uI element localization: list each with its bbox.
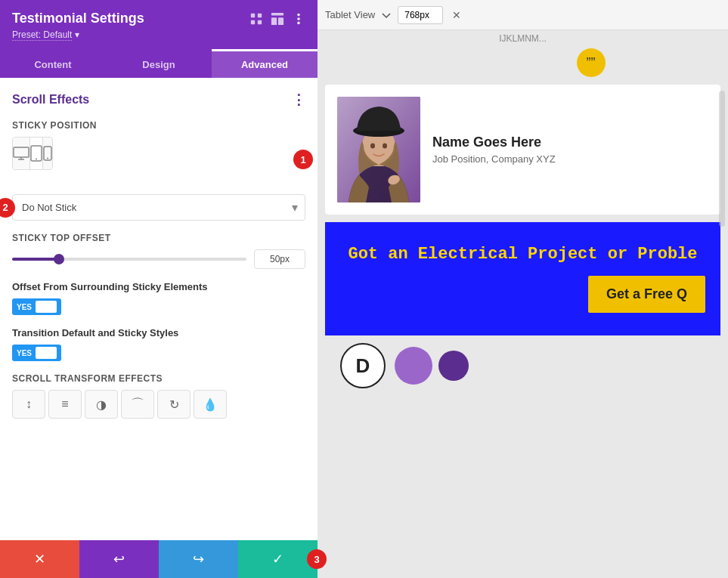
toolbar-dropdown-icon[interactable]	[381, 10, 392, 20]
save-button[interactable]: ✓ 3	[238, 540, 318, 578]
sticky-top-offset-field: Sticky Top Offset 50px	[12, 233, 305, 269]
badge-3: 3	[307, 549, 327, 569]
preview-toolbar: Tablet View ✕	[318, 0, 728, 30]
transform-skew-icon[interactable]: ⌒	[121, 390, 154, 419]
testimonial-image	[337, 97, 420, 202]
svg-rect-2	[251, 20, 255, 23]
sticky-pos-tablet[interactable]	[30, 138, 43, 169]
transform-blur-icon[interactable]: 💧	[194, 390, 227, 419]
circle-row	[395, 347, 469, 385]
section-more-icon[interactable]: ⋮	[292, 91, 305, 108]
svg-rect-5	[271, 17, 277, 25]
sticky-position-field: Sticky Position	[12, 120, 305, 182]
viewport-px-input[interactable]	[398, 6, 443, 24]
stick-dropdown-wrapper: 2 Do Not Stick Stick to Top Stick to Bot…	[12, 194, 305, 221]
offset-toggle[interactable]: YES	[12, 298, 61, 315]
panel-preset[interactable]: Preset: Default ▾	[12, 29, 305, 40]
sticky-top-offset-label: Sticky Top Offset	[12, 233, 305, 243]
svg-point-8	[297, 17, 300, 20]
sticky-top-offset-input[interactable]: 50px	[254, 249, 305, 269]
svg-rect-4	[271, 12, 283, 15]
tab-design[interactable]: Design	[106, 49, 212, 78]
svg-rect-10	[14, 147, 29, 157]
offset-toggle-row: YES	[12, 298, 305, 315]
slider-thumb[interactable]	[54, 254, 64, 264]
mobile-icon	[43, 146, 52, 161]
scroll-effects-title: Scroll Effects	[12, 93, 89, 107]
bottom-row: D	[325, 335, 720, 396]
testimonial-name: Name Goes Here	[432, 134, 708, 150]
svg-point-9	[297, 21, 300, 24]
letter-d-circle: D	[340, 343, 386, 388]
transform-icons-row: ↕ ≡ ◑ ⌒ ↻ 💧	[12, 390, 305, 419]
panel-title-icons	[249, 12, 305, 26]
scroll-effects-section: Scroll Effects ⋮	[12, 91, 305, 108]
panel-footer: ✕ ↩ ↪ ✓ 3	[0, 540, 318, 578]
transition-toggle[interactable]: YES	[12, 345, 61, 361]
offset-toggle-label: YES	[17, 303, 32, 311]
panel-body: Scroll Effects ⋮ Sticky Position	[0, 78, 318, 540]
offset-surrounding-label: Offset From Surrounding Sticky Elements	[12, 281, 305, 292]
testimonial-photo-svg	[337, 97, 420, 202]
stick-select[interactable]: Do Not Stick Stick to Top Stick to Botto…	[12, 194, 305, 221]
svg-point-14	[36, 159, 37, 160]
settings-panel: Testimonial Settings	[0, 0, 318, 578]
tab-advanced[interactable]: Advanced	[212, 49, 318, 78]
svg-point-22	[383, 144, 387, 149]
sticky-pos-desktop[interactable]	[13, 138, 30, 169]
resize-icon[interactable]	[249, 12, 263, 26]
more-options-icon[interactable]	[292, 12, 305, 26]
decorative-label: IJKLMNM...	[325, 30, 720, 45]
sticky-position-group	[12, 137, 53, 170]
desktop-icon	[13, 147, 29, 160]
panel-title-text: Testimonial Settings	[12, 11, 144, 26]
scroll-transform-label: Scroll Transform Effects	[12, 373, 305, 384]
tablet-icon	[30, 145, 42, 162]
panel-title-row: Testimonial Settings	[12, 11, 305, 26]
preview-panel: Tablet View ✕ IJKLMNM... ””	[318, 0, 728, 578]
svg-rect-6	[278, 17, 283, 25]
testimonial-card: Name Goes Here Job Position, Company XYZ	[325, 85, 720, 215]
transition-toggle-row: YES	[12, 345, 305, 361]
layout-icon[interactable]	[271, 12, 284, 26]
close-button[interactable]: ✕	[449, 8, 464, 23]
cancel-button[interactable]: ✕	[0, 540, 79, 578]
scroll-transform-field: Scroll Transform Effects ↕ ≡ ◑ ⌒ ↻ 💧	[12, 373, 305, 419]
offset-toggle-handle	[36, 301, 57, 313]
tab-content[interactable]: Content	[0, 49, 106, 78]
slider-fill	[12, 258, 59, 261]
scrollbar[interactable]	[719, 91, 725, 227]
offset-surrounding-field: Offset From Surrounding Sticky Elements …	[12, 281, 305, 315]
panel-tabs: Content Design Advanced	[0, 49, 318, 78]
transform-opacity-icon[interactable]: ◑	[85, 390, 118, 419]
sticky-position-label: Sticky Position	[12, 120, 305, 131]
testimonial-info: Name Goes Here Job Position, Company XYZ	[432, 134, 708, 165]
sticky-pos-mobile[interactable]	[43, 138, 52, 169]
stick-dropdown-field: 2 Do Not Stick Stick to Top Stick to Bot…	[12, 194, 305, 221]
redo-button[interactable]: ↪	[159, 540, 238, 578]
sticky-top-offset-slider-row: 50px	[12, 249, 305, 269]
transform-rotate-icon[interactable]: ≡	[48, 390, 82, 419]
svg-rect-0	[251, 13, 255, 17]
quote-badge: ””	[577, 48, 606, 77]
undo-button[interactable]: ↩	[79, 540, 159, 578]
transition-toggle-label: YES	[17, 349, 32, 357]
cta-title: Got an Electrical Project or Proble	[348, 245, 697, 264]
svg-point-16	[47, 158, 48, 159]
purple-circle-2	[438, 351, 469, 381]
sticky-top-offset-track[interactable]	[12, 258, 246, 261]
preview-toolbar-label: Tablet View	[325, 9, 375, 20]
transform-scale-icon[interactable]: ↻	[157, 390, 191, 419]
svg-point-7	[297, 13, 300, 16]
transition-label: Transition Default and Sticky Styles	[12, 327, 305, 338]
testimonial-position: Job Position, Company XYZ	[432, 153, 708, 165]
svg-rect-1	[258, 13, 262, 17]
svg-point-21	[370, 144, 375, 149]
purple-circle-1	[395, 347, 432, 385]
preview-content: IJKLMNM... ””	[318, 30, 728, 578]
badge-1: 1	[293, 150, 313, 169]
transition-field: Transition Default and Sticky Styles YES	[12, 327, 305, 361]
preview-wrapper: IJKLMNM... ””	[318, 30, 728, 578]
cta-button[interactable]: Get a Free Q	[588, 276, 705, 313]
transform-move-icon[interactable]: ↕	[12, 390, 45, 419]
